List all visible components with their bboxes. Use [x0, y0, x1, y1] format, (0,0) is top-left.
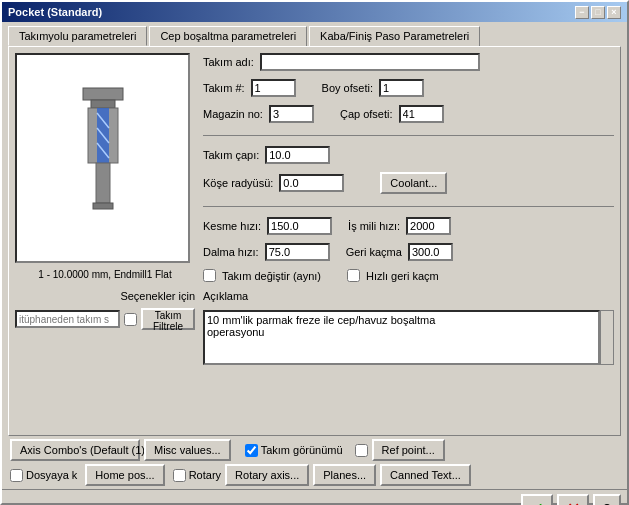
- secenek-label: Seçenekler için: [15, 290, 195, 302]
- checkbox-row1: Takım değiştir (aynı) Hızlı geri kaçm: [203, 269, 614, 282]
- aciklama-row: Açıklama: [203, 290, 614, 302]
- rotary-checkbox[interactable]: [173, 469, 186, 482]
- cap-ofset-input[interactable]: [399, 105, 444, 123]
- geri-kacma-input[interactable]: [408, 243, 453, 261]
- takim-degistir-label: Takım değiştir (aynı): [222, 270, 321, 282]
- tool-label: 1 - 10.0000 mm, Endmill1 Flat: [15, 267, 195, 282]
- takim-no-row: Takım #: 1 Boy ofseti: 1: [203, 79, 614, 97]
- title-bar: Pocket (Standard) − □ ×: [2, 2, 627, 22]
- is-mili-label: İş mili hızı:: [348, 220, 400, 232]
- cancel-button[interactable]: ✕: [557, 494, 589, 505]
- cancel-icon: ✕: [567, 499, 580, 506]
- main-window: Pocket (Standard) − □ × Takımyolu parame…: [0, 0, 629, 505]
- ref-point-checkbox[interactable]: [355, 444, 368, 457]
- dosyaya-row: Dosyaya k: [10, 469, 77, 482]
- takim-gorunum-label: Takım görünümü: [261, 444, 343, 456]
- svg-rect-1: [91, 100, 115, 108]
- rotary-label: Rotary: [189, 469, 221, 481]
- magazin-no-label: Magazin no:: [203, 108, 263, 120]
- tool-preview: [15, 53, 190, 263]
- hizli-geri-kacm-label: Hızlı geri kaçm: [366, 270, 439, 282]
- window-title: Pocket (Standard): [8, 6, 102, 18]
- left-bottom: Takım Filtrele: [15, 308, 195, 330]
- tool-svg: [63, 83, 143, 233]
- canned-text-button[interactable]: Canned Text...: [380, 464, 471, 486]
- main-content: 1 - 10.0000 mm, Endmill1 Flat Seçenekler…: [15, 53, 614, 429]
- tab-toolpath-params[interactable]: Takımyolu parametreleri: [8, 26, 147, 46]
- magazin-no-input[interactable]: [269, 105, 314, 123]
- takim-adi-input[interactable]: [260, 53, 480, 71]
- svg-rect-7: [96, 163, 110, 203]
- rotary-axis-button[interactable]: Rotary axis...: [225, 464, 309, 486]
- right-panel: Takım adı: Takım #: 1 Boy ofseti: 1 Maga…: [203, 53, 614, 429]
- tabs-container: Takımyolu parametreleri Cep boşaltma par…: [2, 22, 627, 46]
- svg-rect-8: [93, 203, 113, 209]
- final-row: ✓ ✕ ?: [2, 489, 627, 505]
- takim-adi-row: Takım adı:: [203, 53, 614, 71]
- takim-gorunum-checkbox[interactable]: [245, 444, 258, 457]
- dalma-hiz-label: Dalma hızı:: [203, 246, 259, 258]
- takim-cap-row: Takım çapı:: [203, 146, 614, 164]
- cap-ofset-label: Çap ofseti:: [340, 108, 393, 120]
- library-input[interactable]: [15, 310, 120, 328]
- desc-container: 10 mm'lik parmak freze ile cep/havuz boş…: [203, 310, 614, 365]
- dalma-hiz-row: Dalma hızı: Geri kaçma: [203, 243, 614, 261]
- filter-checkbox[interactable]: [124, 313, 137, 326]
- filter-button[interactable]: Takım Filtrele: [141, 308, 195, 330]
- kose-rad-input[interactable]: [279, 174, 344, 192]
- minimize-button[interactable]: −: [575, 6, 589, 19]
- misc-values-button[interactable]: Misc values...: [144, 439, 231, 461]
- coolant-button[interactable]: Coolant...: [380, 172, 447, 194]
- takim-adi-label: Takım adı:: [203, 56, 254, 68]
- tab-rough-finish[interactable]: Kaba/Finiş Paso Parametreleri: [309, 26, 480, 46]
- takim-gorunum-row: Takım görünümü: [245, 444, 343, 457]
- takim-no-input[interactable]: 1: [251, 79, 296, 97]
- help-button[interactable]: ?: [593, 494, 621, 505]
- hizli-geri-kacm-checkbox[interactable]: [347, 269, 360, 282]
- tab-pocket-params[interactable]: Cep boşaltma parametreleri: [149, 26, 307, 46]
- kose-rad-label: Köşe radyüsü:: [203, 177, 273, 189]
- kesme-hiz-label: Kesme hızı:: [203, 220, 261, 232]
- is-mili-input[interactable]: [406, 217, 451, 235]
- magazin-row: Magazin no: Çap ofseti:: [203, 105, 614, 123]
- help-icon: ?: [603, 501, 611, 506]
- aciklama-textarea[interactable]: 10 mm'lik parmak freze ile cep/havuz boş…: [203, 310, 600, 365]
- kesme-hiz-input[interactable]: [267, 217, 332, 235]
- takim-cap-input[interactable]: [265, 146, 330, 164]
- desc-scrollbar[interactable]: [600, 310, 614, 365]
- maximize-button[interactable]: □: [591, 6, 605, 19]
- aciklama-label: Açıklama: [203, 290, 248, 302]
- takim-no-label: Takım #:: [203, 82, 245, 94]
- close-button[interactable]: ×: [607, 6, 621, 19]
- boy-ofset-input[interactable]: 1: [379, 79, 424, 97]
- bottom-row1: Axis Combo's (Default (1)) Misc values..…: [10, 439, 619, 461]
- geri-kacma-label: Geri kaçma: [346, 246, 402, 258]
- boy-ofset-label: Boy ofseti:: [322, 82, 373, 94]
- axis-combo-button[interactable]: Axis Combo's (Default (1)): [10, 439, 140, 461]
- planes-button[interactable]: Planes...: [313, 464, 376, 486]
- kesme-hiz-row: Kesme hızı: İş mili hızı:: [203, 217, 614, 235]
- takim-degistir-checkbox[interactable]: [203, 269, 216, 282]
- dalma-hiz-input[interactable]: [265, 243, 330, 261]
- kose-rad-row: Köşe radyüsü: Coolant...: [203, 172, 614, 194]
- ok-icon: ✓: [531, 499, 544, 506]
- ref-point-button[interactable]: Ref point...: [372, 439, 445, 461]
- svg-rect-0: [83, 88, 123, 100]
- ok-button[interactable]: ✓: [521, 494, 553, 505]
- dosyaya-checkbox[interactable]: [10, 469, 23, 482]
- bottom-actions: Axis Combo's (Default (1)) Misc values..…: [2, 436, 627, 486]
- takim-cap-label: Takım çapı:: [203, 149, 259, 161]
- home-pos-button[interactable]: Home pos...: [85, 464, 164, 486]
- dosyaya-label: Dosyaya k: [26, 469, 77, 481]
- bottom-row2: Dosyaya k Home pos... Rotary Rotary axis…: [10, 464, 619, 486]
- title-bar-buttons: − □ ×: [575, 6, 621, 19]
- left-panel: 1 - 10.0000 mm, Endmill1 Flat Seçenekler…: [15, 53, 195, 429]
- rotary-row: Rotary: [173, 469, 221, 482]
- tab-content: 1 - 10.0000 mm, Endmill1 Flat Seçenekler…: [8, 46, 621, 436]
